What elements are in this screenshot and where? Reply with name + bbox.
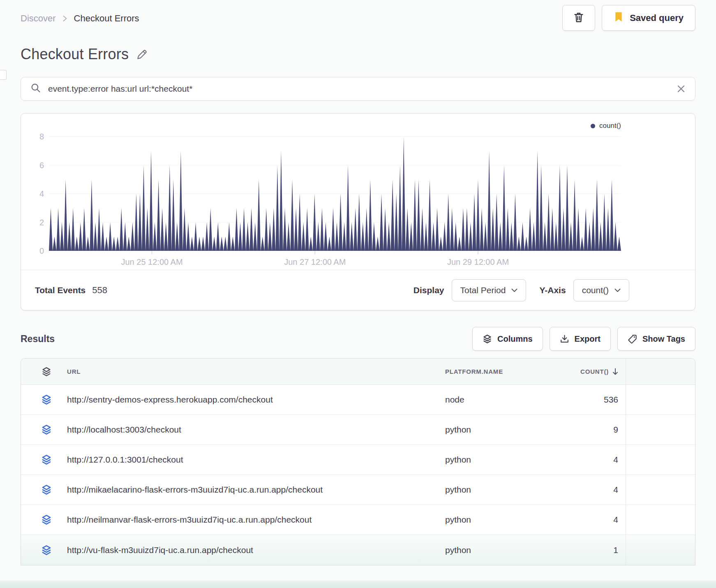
breadcrumb: Discover Checkout Errors xyxy=(21,13,139,24)
export-button-label: Export xyxy=(575,334,601,344)
x-axis-tick-label: Jun 25 12:00 AM xyxy=(121,257,183,266)
display-period-value: Total Period xyxy=(460,285,506,295)
chart-legend-count[interactable]: count() xyxy=(591,122,621,130)
columns-button[interactable]: Columns xyxy=(472,327,543,351)
breadcrumb-chevron-icon xyxy=(62,14,67,23)
sort-desc-arrow-icon xyxy=(612,368,618,375)
export-button[interactable]: Export xyxy=(550,327,611,351)
tag-icon xyxy=(628,334,637,344)
count-cell: 4 xyxy=(557,515,626,525)
table-row[interactable]: http://neilmanvar-flask-errors-m3uuizd7i… xyxy=(21,505,695,535)
column-divider xyxy=(626,359,695,384)
column-divider xyxy=(626,505,695,535)
show-tags-button[interactable]: Show Tags xyxy=(617,327,695,351)
search-icon xyxy=(31,83,41,95)
layers-icon xyxy=(483,334,492,344)
yaxis-dropdown[interactable]: count() xyxy=(573,279,629,301)
events-spike-chart: 02468Jun 25 12:00 AMJun 27 12:00 AMJun 2… xyxy=(28,132,628,270)
header-stack-icon[interactable] xyxy=(35,367,58,377)
search-query-input[interactable]: event.type:error has:url url:*checkout* xyxy=(48,84,670,94)
count-cell: 1 xyxy=(557,545,626,555)
row-stack-icon[interactable] xyxy=(35,545,58,556)
row-stack-icon[interactable] xyxy=(35,514,58,525)
table-header-row: URL PLATFORM.NAME COUNT() xyxy=(21,359,695,385)
row-stack-icon[interactable] xyxy=(35,454,58,465)
panel-collapse-handle[interactable] xyxy=(0,70,7,80)
svg-text:2: 2 xyxy=(39,218,44,227)
svg-text:4: 4 xyxy=(39,189,44,198)
table-row[interactable]: http://sentry-demos-express.herokuapp.co… xyxy=(21,385,695,415)
search-bar[interactable]: event.type:error has:url url:*checkout* xyxy=(21,77,695,101)
edit-title-icon[interactable] xyxy=(136,49,148,62)
page-title: Checkout Errors xyxy=(21,46,129,63)
table-row[interactable]: http://127.0.0.1:3001/checkoutpython4 xyxy=(21,445,695,475)
page-bottom-band xyxy=(0,581,716,588)
breadcrumb-current: Checkout Errors xyxy=(74,13,139,24)
column-divider xyxy=(626,415,695,444)
row-stack-icon[interactable] xyxy=(35,394,58,405)
yaxis-value: count() xyxy=(582,285,609,295)
delete-query-button[interactable] xyxy=(562,5,595,31)
column-divider xyxy=(626,445,695,475)
results-table: URL PLATFORM.NAME COUNT() http://sentry-… xyxy=(21,358,695,565)
svg-text:6: 6 xyxy=(39,161,44,170)
url-cell: http://localhost:3003/checkout xyxy=(58,425,445,435)
legend-label: count() xyxy=(599,122,621,130)
legend-dot-icon xyxy=(591,124,595,128)
page-header: Discover Checkout Errors Saved query xyxy=(21,0,695,31)
download-icon xyxy=(560,334,569,344)
display-period-dropdown[interactable]: Total Period xyxy=(452,279,527,301)
platform-cell: python xyxy=(445,515,557,525)
url-cell: http://127.0.0.1:3001/checkout xyxy=(58,455,445,465)
platform-cell: python xyxy=(445,425,557,435)
url-cell: http://sentry-demos-express.herokuapp.co… xyxy=(58,395,445,405)
column-divider xyxy=(626,475,695,505)
count-header-label: COUNT() xyxy=(580,368,609,375)
x-axis-tick-label: Jun 29 12:00 AM xyxy=(447,257,509,266)
count-cell: 4 xyxy=(557,455,626,465)
clear-search-icon[interactable] xyxy=(677,85,685,93)
column-header-count[interactable]: COUNT() xyxy=(557,368,626,375)
svg-text:0: 0 xyxy=(39,246,44,255)
column-header-url[interactable]: URL xyxy=(58,368,445,375)
show-tags-button-label: Show Tags xyxy=(642,334,685,344)
count-cell: 536 xyxy=(557,395,626,405)
chevron-down-icon xyxy=(614,288,621,292)
saved-query-button[interactable]: Saved query xyxy=(602,5,695,31)
breadcrumb-discover-link[interactable]: Discover xyxy=(21,13,56,24)
table-row[interactable]: http://mikaelacarino-flask-errors-m3uuiz… xyxy=(21,475,695,505)
events-chart-card: count() 02468Jun 25 12:00 AMJun 27 12:00… xyxy=(21,113,695,310)
saved-query-label: Saved query xyxy=(630,13,684,23)
platform-cell: node xyxy=(445,395,557,405)
table-row[interactable]: http://vu-flask-m3uuizd7iq-uc.a.run.app/… xyxy=(21,535,695,565)
svg-text:8: 8 xyxy=(39,132,44,141)
platform-cell: python xyxy=(445,455,557,465)
yaxis-label: Y-Axis xyxy=(539,285,566,295)
row-stack-icon[interactable] xyxy=(35,424,58,435)
column-divider xyxy=(626,385,695,414)
table-row[interactable]: http://localhost:3003/checkoutpython9 xyxy=(21,415,695,445)
trash-icon xyxy=(573,11,584,25)
display-label: Display xyxy=(413,285,444,295)
count-cell: 9 xyxy=(557,425,626,435)
total-events-value: 558 xyxy=(92,285,107,296)
platform-cell: python xyxy=(445,485,557,495)
column-header-platform[interactable]: PLATFORM.NAME xyxy=(445,368,557,375)
platform-cell: python xyxy=(445,545,557,555)
results-heading: Results xyxy=(21,333,55,345)
total-events-label: Total Events xyxy=(35,285,85,295)
column-divider xyxy=(626,535,695,565)
row-stack-icon[interactable] xyxy=(35,484,58,495)
total-events: Total Events 558 xyxy=(35,285,107,296)
columns-button-label: Columns xyxy=(497,334,533,344)
bookmark-icon xyxy=(614,12,624,25)
url-cell: http://vu-flask-m3uuizd7iq-uc.a.run.app/… xyxy=(58,545,445,555)
count-cell: 4 xyxy=(557,485,626,495)
x-axis-tick-label: Jun 27 12:00 AM xyxy=(284,257,346,266)
url-cell: http://mikaelacarino-flask-errors-m3uuiz… xyxy=(58,485,445,495)
chevron-down-icon xyxy=(511,288,517,292)
url-cell: http://neilmanvar-flask-errors-m3uuizd7i… xyxy=(58,515,445,525)
